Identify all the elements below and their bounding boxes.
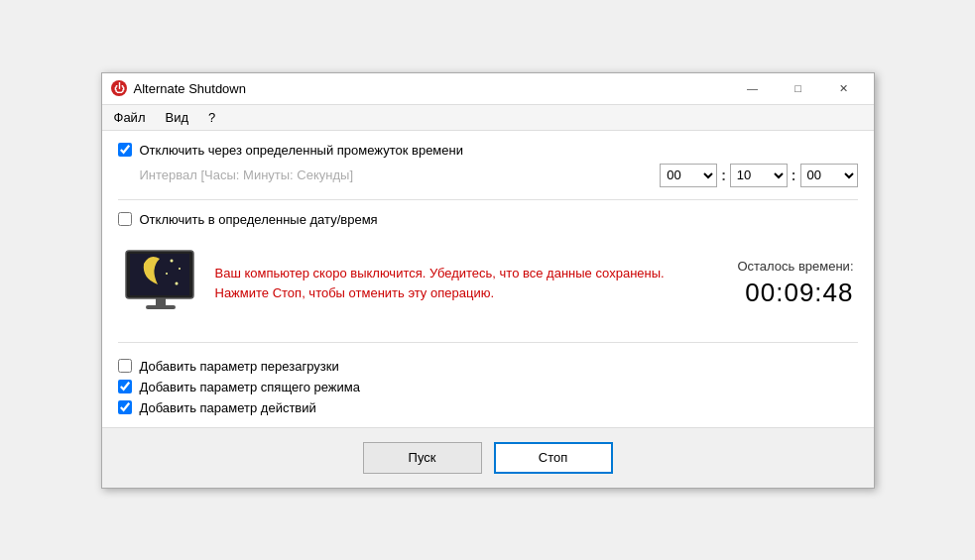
separator2 [118,342,858,343]
warning-line1: Ваш компьютер скоро выключится. Убедитес… [215,266,665,280]
close-button[interactable]: ✕ [822,76,866,100]
stop-button[interactable]: Стоп [494,442,613,474]
menu-help[interactable]: ? [200,107,223,128]
app-icon: ⏻ [110,79,128,97]
checkbox1-label[interactable]: Отключить через определенный промежуток … [140,143,463,158]
menu-file[interactable]: Файл [106,107,154,128]
separator1 [118,199,858,200]
window-controls: — □ ✕ [731,76,866,100]
menu-bar: Файл Вид ? [102,105,874,131]
checkbox2-label[interactable]: Отключить в определенные дату/время [140,212,378,227]
info-section: Ваш компьютер скоро выключится. Убедитес… [118,237,858,330]
minutes-select[interactable]: 00010203 04050607 08091015 20304559 [730,164,788,187]
svg-rect-8 [156,298,166,306]
interval-label: Интервал [Часы: Минуты: Секунды] [140,168,655,182]
checkbox4-label[interactable]: Добавить параметр спящего режима [140,380,360,394]
timer-section: Осталось времени: 00:09:48 [715,259,854,308]
checkbox5-input[interactable] [118,400,132,414]
window-title: Alternate Shutdown [134,81,731,96]
main-content: Отключить через определенный промежуток … [102,131,874,427]
maximize-button[interactable]: □ [777,76,820,100]
seconds-select[interactable]: 001020 30405059 [800,164,858,187]
checkbox3-row: Добавить параметр перезагрузки [118,359,858,374]
options-section: Добавить параметр перезагрузки Добавить … [118,355,858,415]
checkbox2-input[interactable] [118,212,132,226]
colon1: : [721,168,726,183]
svg-point-7 [175,281,178,284]
checkbox2-row: Отключить в определенные дату/время [118,212,858,227]
svg-point-6 [166,273,168,275]
svg-rect-9 [146,305,176,309]
checkbox5-row: Добавить параметр действий [118,400,858,415]
timer-label: Осталось времени: [737,259,853,274]
start-button[interactable]: Пуск [363,442,482,474]
svg-text:⏻: ⏻ [113,82,124,94]
checkbox4-row: Добавить параметр спящего режима [118,380,858,394]
time-select: 00010203 04050607 0809101112 : 00010203 … [660,164,857,187]
main-window: ⏻ Alternate Shutdown — □ ✕ Файл Вид ? От… [101,72,875,489]
hours-select[interactable]: 00010203 04050607 0809101112 [660,164,717,187]
svg-rect-3 [130,254,189,295]
footer: Пуск Стоп [102,427,874,488]
warning-text: Ваш компьютер скоро выключится. Убедитес… [215,264,701,302]
checkbox1-input[interactable] [118,143,132,157]
checkbox5-label[interactable]: Добавить параметр действий [140,400,316,415]
warning-line2: Нажмите Стоп, чтобы отменить эту операци… [215,285,495,300]
timer-value: 00:09:48 [745,278,853,308]
interval-row: Интервал [Часы: Минуты: Секунды] 0001020… [118,164,858,187]
checkbox3-input[interactable] [118,359,132,373]
title-bar: ⏻ Alternate Shutdown — □ ✕ [102,73,874,105]
svg-point-4 [170,259,173,262]
checkbox4-input[interactable] [118,380,132,393]
colon2: : [792,168,796,183]
minimize-button[interactable]: — [731,76,775,100]
checkbox1-row: Отключить через определенный промежуток … [118,143,858,158]
monitor-icon [122,249,201,318]
menu-view[interactable]: Вид [157,107,196,128]
checkbox3-label[interactable]: Добавить параметр перезагрузки [140,359,339,374]
svg-point-5 [179,268,181,270]
